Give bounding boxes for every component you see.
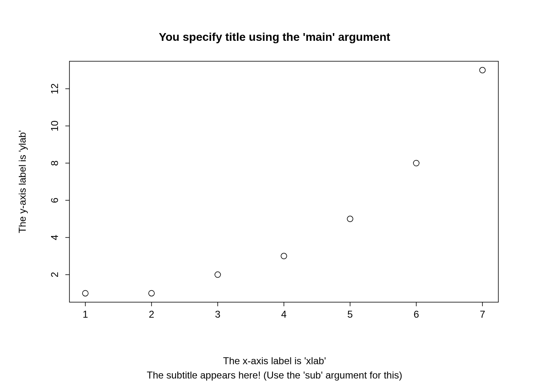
x-axis-label: The x-axis label is 'xlab'	[0, 355, 549, 367]
x-tick-label: 2	[149, 309, 154, 320]
chart-root: You specify title using the 'main' argum…	[0, 0, 549, 392]
data-point	[215, 272, 221, 278]
y-tick-label: 6	[49, 198, 60, 203]
chart-subtitle: The subtitle appears here! (Use the 'sub…	[0, 370, 549, 381]
data-point	[281, 253, 287, 259]
data-point	[480, 67, 485, 73]
data-point	[83, 290, 88, 296]
y-tick-label: 2	[49, 272, 60, 277]
x-tick-label: 4	[281, 309, 286, 320]
y-tick-label: 8	[49, 160, 60, 166]
x-tick-label: 5	[347, 309, 353, 320]
y-tick-label: 10	[49, 120, 60, 131]
x-tick-label: 1	[83, 309, 88, 320]
x-tick-label: 6	[413, 309, 419, 320]
data-point	[149, 290, 154, 296]
data-point	[413, 160, 419, 166]
y-tick-label: 12	[49, 83, 60, 94]
data-point	[347, 216, 353, 222]
x-tick-label: 3	[215, 309, 220, 320]
plot-frame	[69, 61, 498, 302]
plot-area: 123456724681012	[0, 0, 549, 392]
y-tick-label: 4	[49, 235, 60, 240]
x-tick-label: 7	[480, 309, 485, 320]
